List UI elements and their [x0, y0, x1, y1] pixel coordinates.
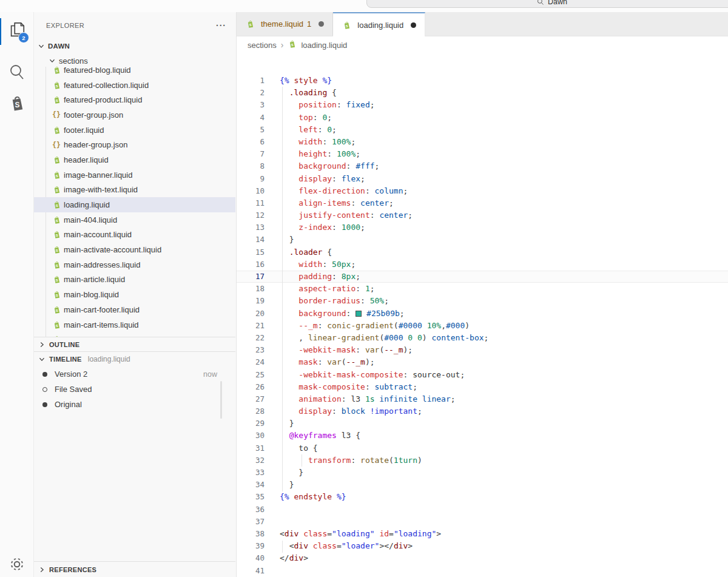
- line-content: transform: rotate(1turn): [265, 454, 422, 467]
- line-number: 30: [237, 430, 265, 442]
- svg-text:S: S: [55, 69, 58, 73]
- code-line-16[interactable]: 16 width: 50px;: [237, 258, 728, 271]
- more-actions-icon[interactable]: ···: [216, 21, 226, 30]
- file-footer-group.json[interactable]: {}footer-group.json: [34, 107, 235, 123]
- sidebar-scrollbar[interactable]: [220, 381, 222, 419]
- code-line-2[interactable]: 2 .loading {: [237, 87, 728, 99]
- dirty-dot-icon[interactable]: [318, 21, 324, 27]
- file-main-cart-footer.liquid[interactable]: Smain-cart-footer.liquid: [34, 302, 235, 317]
- explorer-view-button[interactable]: 2: [0, 16, 33, 45]
- file-featured-collection.liquid[interactable]: Sfeatured-collection.liquid: [34, 78, 235, 93]
- liquid-file-icon: S: [52, 305, 61, 314]
- svg-text:S: S: [55, 323, 58, 327]
- code-line-37[interactable]: 37: [237, 516, 728, 528]
- line-content: border-radius: 50%;: [265, 295, 389, 307]
- code-line-30[interactable]: 30 @keyframes l3 {: [237, 430, 728, 442]
- file-main-blog.liquid[interactable]: Smain-blog.liquid: [34, 287, 235, 302]
- line-number: 3: [237, 99, 265, 111]
- code-line-23[interactable]: 23 -webkit-mask: var(--_m);: [237, 344, 728, 356]
- code-line-8[interactable]: 8 background: #fff;: [237, 160, 728, 172]
- references-section-header[interactable]: REFERENCES: [34, 561, 235, 577]
- timeline-item[interactable]: File Saved: [34, 382, 235, 397]
- tab-theme.liquid[interactable]: Stheme.liquid1: [237, 12, 333, 36]
- file-main-article.liquid[interactable]: Smain-article.liquid: [34, 272, 235, 288]
- timeline-item[interactable]: Original: [34, 397, 235, 412]
- code-line-41[interactable]: 41: [237, 565, 728, 577]
- code-line-39[interactable]: 39 <div class="loader"></div>: [237, 540, 728, 552]
- code-line-25[interactable]: 25 -webkit-mask-composite: source-out;: [237, 369, 728, 381]
- line-content: }: [265, 417, 294, 430]
- svg-text:S: S: [55, 84, 58, 87]
- code-line-38[interactable]: 38<div class="loading" id="loading">: [237, 528, 728, 540]
- code-line-17[interactable]: 17 padding: 8px;: [237, 271, 728, 283]
- settings-button[interactable]: [0, 550, 33, 577]
- code-line-13[interactable]: 13 z-index: 1000;: [237, 221, 728, 234]
- liquid-file-icon: S: [52, 126, 61, 135]
- file-header.liquid[interactable]: Sheader.liquid: [34, 152, 235, 167]
- code-line-4[interactable]: 4 top: 0;: [237, 112, 728, 124]
- code-line-33[interactable]: 33 }: [237, 467, 728, 479]
- code-line-19[interactable]: 19 border-radius: 50%;: [237, 295, 728, 307]
- code-line-27[interactable]: 27 animation: l3 1s infinite linear;: [237, 393, 728, 405]
- liquid-file-icon: S: [245, 19, 255, 29]
- file-header-group.json[interactable]: {}header-group.json: [34, 137, 235, 152]
- file-main-account.liquid[interactable]: Smain-account.liquid: [34, 228, 235, 243]
- code-line-7[interactable]: 7 height: 100%;: [237, 148, 728, 160]
- code-line-34[interactable]: 34 }: [237, 479, 728, 491]
- code-line-14[interactable]: 14 }: [237, 234, 728, 246]
- code-line-35[interactable]: 35{% endstyle %}: [237, 491, 728, 503]
- code-line-28[interactable]: 28 display: block !important;: [237, 405, 728, 417]
- breadcrumb-file[interactable]: loading.liquid: [301, 41, 347, 50]
- line-number: 26: [237, 381, 265, 393]
- file-main-activate-account.liquid[interactable]: Smain-activate-account.liquid: [34, 242, 235, 257]
- color-swatch[interactable]: [356, 311, 362, 317]
- timeline-section-header[interactable]: TIMELINE loading.liquid: [34, 351, 235, 366]
- svg-text:S: S: [55, 99, 58, 103]
- code-line-11[interactable]: 11 align-items: center;: [237, 197, 728, 209]
- file-loading.liquid[interactable]: Sloading.liquid: [34, 197, 235, 212]
- file-image-with-text.liquid[interactable]: Simage-with-text.liquid: [34, 183, 235, 198]
- code-line-1[interactable]: 1{% style %}: [237, 75, 728, 87]
- code-line-31[interactable]: 31 to {: [237, 442, 728, 454]
- code-line-3[interactable]: 3 position: fixed;: [237, 99, 728, 111]
- code-line-36[interactable]: 36: [237, 504, 728, 516]
- folder-sections[interactable]: sections: [34, 53, 235, 68]
- breadcrumb[interactable]: sections › S loading.liquid: [237, 36, 728, 53]
- command-center-search[interactable]: Dawn: [366, 0, 728, 8]
- file-main-404.liquid[interactable]: Smain-404.liquid: [34, 212, 235, 228]
- code-line-15[interactable]: 15 .loader {: [237, 246, 728, 258]
- code-line-22[interactable]: 22 , linear-gradient(#000 0 0) content-b…: [237, 332, 728, 344]
- line-content: left: 0;: [265, 124, 337, 136]
- shopify-view-button[interactable]: S: [0, 89, 33, 118]
- dirty-dot-icon[interactable]: [411, 22, 416, 28]
- line-number: 38: [237, 528, 265, 540]
- folder-root-dawn[interactable]: DAWN: [34, 39, 235, 53]
- code-line-10[interactable]: 10 flex-direction: column;: [237, 185, 728, 197]
- code-line-18[interactable]: 18 aspect-ratio: 1;: [237, 283, 728, 295]
- file-main-cart-items.liquid[interactable]: Smain-cart-items.liquid: [34, 317, 235, 332]
- code-line-9[interactable]: 9 display: flex;: [237, 173, 728, 185]
- file-main-addresses.liquid[interactable]: Smain-addresses.liquid: [34, 257, 235, 272]
- file-featured-product.liquid[interactable]: Sfeatured-product.liquid: [34, 92, 235, 107]
- code-line-6[interactable]: 6 width: 100%;: [237, 136, 728, 148]
- file-footer.liquid[interactable]: Sfooter.liquid: [34, 123, 235, 138]
- code-editor[interactable]: 1{% style %}2 .loading {3 position: fixe…: [237, 75, 728, 577]
- code-line-40[interactable]: 40</div>: [237, 552, 728, 564]
- code-line-24[interactable]: 24 mask: var(--_m);: [237, 356, 728, 368]
- code-line-12[interactable]: 12 justify-content: center;: [237, 209, 728, 221]
- breadcrumb-folder[interactable]: sections: [248, 41, 277, 50]
- file-featured-blog.liquid[interactable]: Sfeatured-blog.liquid: [34, 67, 235, 78]
- code-line-32[interactable]: 32 transform: rotate(1turn): [237, 454, 728, 467]
- outline-section-header[interactable]: OUTLINE: [34, 337, 235, 351]
- code-line-26[interactable]: 26 mask-composite: subtract;: [237, 381, 728, 393]
- code-line-21[interactable]: 21 --_m: conic-gradient(#0000 10%,#000): [237, 320, 728, 332]
- chevron-down-icon: [48, 56, 56, 65]
- tab-loading.liquid[interactable]: Sloading.liquid: [333, 12, 425, 36]
- timeline-item[interactable]: Version 2now: [34, 366, 235, 382]
- code-line-29[interactable]: 29 }: [237, 417, 728, 430]
- file-image-banner.liquid[interactable]: Simage-banner.liquid: [34, 167, 235, 183]
- search-view-button[interactable]: [0, 57, 33, 86]
- code-line-5[interactable]: 5 left: 0;: [237, 124, 728, 136]
- code-line-20[interactable]: 20 background: #25b09b;: [237, 308, 728, 320]
- line-number: 28: [237, 405, 265, 417]
